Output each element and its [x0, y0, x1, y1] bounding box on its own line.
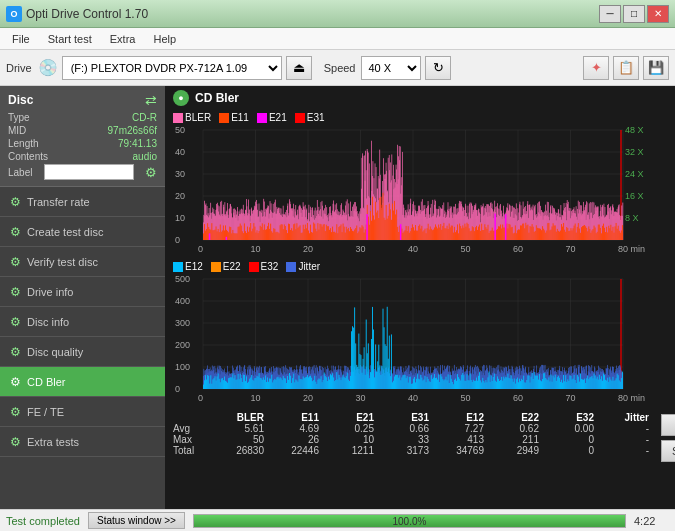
- drive-info-icon: ⚙: [10, 285, 21, 299]
- chart1-legend: BLER E11 E21 E31: [165, 110, 675, 125]
- legend1-label-e11: E11: [231, 112, 249, 123]
- drive-icon: 💿: [38, 58, 58, 77]
- sidebar-item-extra-tests[interactable]: ⚙ Extra tests: [0, 427, 165, 457]
- window-controls: ─ □ ✕: [599, 5, 669, 23]
- legend2-color-e22: [211, 262, 221, 272]
- stats-cell: 1211: [323, 445, 378, 456]
- transfer-rate-label: Transfer rate: [27, 196, 90, 208]
- disc-mid-label: MID: [8, 125, 26, 136]
- disc-contents-label: Contents: [8, 151, 48, 162]
- stats-cell: Avg: [173, 423, 213, 434]
- close-button[interactable]: ✕: [647, 5, 669, 23]
- sidebar-item-transfer-rate[interactable]: ⚙ Transfer rate: [0, 187, 165, 217]
- disc-header: Disc ⇄: [8, 92, 157, 108]
- menu-item-extra[interactable]: Extra: [102, 31, 144, 47]
- disc-contents-row: Contents audio: [8, 151, 157, 162]
- stats-cell: 0.62: [488, 423, 543, 434]
- content-area: ● CD Bler BLER E11 E21 E31 E12 E22 E32 J…: [165, 86, 675, 509]
- stats-cell: E21: [323, 412, 378, 423]
- disc-expand-icon[interactable]: ⇄: [145, 92, 157, 108]
- legend1-item-e21: E21: [257, 112, 287, 123]
- menu-item-start-test[interactable]: Start test: [40, 31, 100, 47]
- stats-cell: 10: [323, 434, 378, 445]
- status-window-button[interactable]: Status window >>: [88, 512, 185, 529]
- start-full-button[interactable]: Start full: [661, 414, 675, 436]
- stats-cell: 50: [213, 434, 268, 445]
- drive-select[interactable]: (F:) PLEXTOR DVDR PX-712A 1.09: [62, 56, 282, 80]
- disc-info-label: Disc info: [27, 316, 69, 328]
- stats-cell: 0.66: [378, 423, 433, 434]
- status-message: Test completed: [6, 515, 80, 527]
- legend2-label-jitter: Jitter: [298, 261, 320, 272]
- legend1-label-e31: E31: [307, 112, 325, 123]
- stats-row: Total2683022446121131733476929490-: [173, 445, 653, 456]
- disc-mid-row: MID 97m26s66f: [8, 125, 157, 136]
- sidebar-nav: ⚙ Transfer rate⚙ Create test disc⚙ Verif…: [0, 187, 165, 457]
- stats-cell: E12: [433, 412, 488, 423]
- stats-cell: Jitter: [598, 412, 653, 423]
- stats-cell: 3173: [378, 445, 433, 456]
- legend2-label-e12: E12: [185, 261, 203, 272]
- stats-cell: -: [598, 445, 653, 456]
- stats-cell: E11: [268, 412, 323, 423]
- legend1-item-e31: E31: [295, 112, 325, 123]
- erase-button[interactable]: ✦: [583, 56, 609, 80]
- window-title: Opti Drive Control 1.70: [26, 7, 148, 21]
- disc-label-input[interactable]: [44, 164, 134, 180]
- stats-area: BLERE11E21E31E12E22E32JitterAvg5.614.690…: [165, 408, 675, 466]
- stats-cell: E31: [378, 412, 433, 423]
- legend1-label-bler: BLER: [185, 112, 211, 123]
- speed-select[interactable]: 40 X32 X24 X16 X8 X4 XMax: [361, 56, 421, 80]
- disc-label-icon[interactable]: ⚙: [145, 165, 157, 180]
- stats-cell: Max: [173, 434, 213, 445]
- refresh-button[interactable]: ↻: [425, 56, 451, 80]
- disc-label-row: Label ⚙: [8, 164, 157, 180]
- legend2-color-jitter: [286, 262, 296, 272]
- legend2-item-jitter: Jitter: [286, 261, 320, 272]
- copy-button[interactable]: 📋: [613, 56, 639, 80]
- sidebar-item-cd-bler[interactable]: ⚙ CD Bler: [0, 367, 165, 397]
- disc-type-value: CD-R: [132, 112, 157, 123]
- save-button[interactable]: 💾: [643, 56, 669, 80]
- maximize-button[interactable]: □: [623, 5, 645, 23]
- chart1-canvas: [173, 125, 663, 255]
- minimize-button[interactable]: ─: [599, 5, 621, 23]
- cd-bler-label: CD Bler: [27, 376, 66, 388]
- extra-tests-icon: ⚙: [10, 435, 21, 449]
- stats-cell: 4.69: [268, 423, 323, 434]
- legend1-color-e21: [257, 113, 267, 123]
- action-buttons: Start full Start part: [661, 414, 675, 462]
- stats-cell: [173, 412, 213, 423]
- menu-item-help[interactable]: Help: [145, 31, 184, 47]
- menu-item-file[interactable]: File: [4, 31, 38, 47]
- stats-cell: Total: [173, 445, 213, 456]
- stats-table: BLERE11E21E31E12E22E32JitterAvg5.614.690…: [173, 412, 653, 456]
- sidebar-item-verify-test-disc[interactable]: ⚙ Verify test disc: [0, 247, 165, 277]
- legend2-label-e32: E32: [261, 261, 279, 272]
- sidebar-item-create-test-disc[interactable]: ⚙ Create test disc: [0, 217, 165, 247]
- drive-label: Drive: [6, 62, 32, 74]
- speed-label: Speed: [324, 62, 356, 74]
- stats-cell: 0.25: [323, 423, 378, 434]
- menubar: FileStart testExtraHelp: [0, 28, 675, 50]
- sidebar-item-drive-info[interactable]: ⚙ Drive info: [0, 277, 165, 307]
- start-part-button[interactable]: Start part: [661, 440, 675, 462]
- eject-button[interactable]: ⏏: [286, 56, 312, 80]
- drive-info-label: Drive info: [27, 286, 73, 298]
- disc-length-value: 79:41.13: [118, 138, 157, 149]
- stats-row: Max502610334132110-: [173, 434, 653, 445]
- stats-cell: 26: [268, 434, 323, 445]
- disc-type-label: Type: [8, 112, 30, 123]
- sidebar-item-disc-quality[interactable]: ⚙ Disc quality: [0, 337, 165, 367]
- stats-cell: -: [598, 434, 653, 445]
- toolbar: Drive 💿 (F:) PLEXTOR DVDR PX-712A 1.09 ⏏…: [0, 50, 675, 86]
- stats-cell: 413: [433, 434, 488, 445]
- disc-quality-icon: ⚙: [10, 345, 21, 359]
- sidebar-item-fe-te[interactable]: ⚙ FE / TE: [0, 397, 165, 427]
- progress-text: 100.0%: [194, 515, 625, 529]
- stats-cell: 0: [543, 434, 598, 445]
- disc-panel: Disc ⇄ Type CD-R MID 97m26s66f Length 79…: [0, 86, 165, 187]
- legend2-item-e32: E32: [249, 261, 279, 272]
- legend2-item-e22: E22: [211, 261, 241, 272]
- sidebar-item-disc-info[interactable]: ⚙ Disc info: [0, 307, 165, 337]
